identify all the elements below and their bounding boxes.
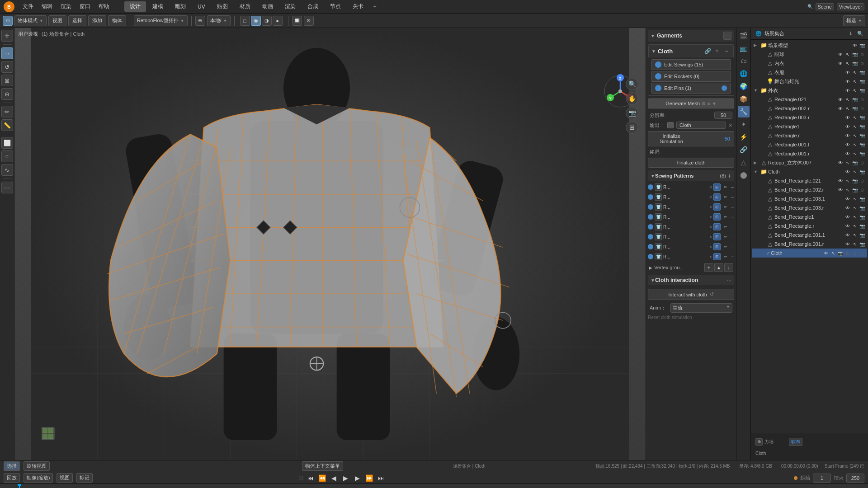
tab-uv[interactable]: UV: [192, 2, 211, 11]
move-tool[interactable]: ↔: [1, 47, 13, 59]
vis-icon[interactable]: 👁: [844, 196, 851, 202]
menu-window[interactable]: 窗口: [76, 2, 94, 11]
vis-icon[interactable]: 👁: [823, 250, 829, 256]
end-frame-input[interactable]: [846, 474, 864, 483]
render-props-icon[interactable]: 🎬: [738, 30, 750, 42]
sel-icon[interactable]: ↖: [852, 141, 858, 148]
transform-mode-btn[interactable]: 旋转视图: [24, 461, 50, 471]
sewing-collapse-btn[interactable]: −: [731, 214, 734, 220]
outliner-filter-icon[interactable]: ⬇: [846, 30, 854, 38]
tree-clothes[interactable]: △ 衣服 👁 ↖ 📷: [752, 68, 867, 77]
tree-rect1[interactable]: △ Rectangle1 👁 ↖ 📷: [752, 122, 867, 131]
tab-design[interactable]: 设计: [124, 1, 146, 12]
sewing-edit-btn[interactable]: ✏: [722, 243, 729, 250]
sewing-edit-btn[interactable]: ✏: [722, 203, 729, 211]
sewing-type-icon[interactable]: 👕: [655, 213, 662, 221]
edit-sewings-btn[interactable]: Edit Sewings (15): [651, 59, 731, 70]
sewing-remove-btn[interactable]: ×: [709, 235, 712, 239]
tree-outer-clothes[interactable]: ▼ 📁 外衣 👁 ↖ 📷: [752, 86, 867, 95]
render-icon[interactable]: 📷: [859, 42, 865, 48]
view-btn[interactable]: 视图: [48, 15, 66, 26]
scene-selector[interactable]: Scene: [816, 3, 834, 10]
shading-wireframe[interactable]: □: [240, 16, 250, 26]
rotate-tool[interactable]: ↺: [1, 61, 13, 73]
render-icon[interactable]: 📷: [859, 78, 865, 84]
vertex-group-add-btn[interactable]: +: [704, 263, 713, 272]
generate-mesh-btn[interactable]: Generate Mesh ⚙ ≡ ▼: [648, 99, 734, 108]
sel-icon[interactable]: ↖: [852, 205, 858, 211]
view-layer-selector[interactable]: ViewLayer: [837, 3, 864, 10]
render-icon[interactable]: 📷: [852, 60, 858, 66]
prev-frame-btn[interactable]: ⏪: [318, 474, 327, 483]
sel-icon[interactable]: ↖: [852, 223, 858, 229]
tree-bend-rect1[interactable]: △ Bend_Rectangle1 👁 ↖ 📷: [752, 212, 867, 221]
vis-icon[interactable]: 👁: [844, 69, 851, 75]
render-icon[interactable]: 📷: [859, 141, 865, 148]
sewing-remove-btn[interactable]: ×: [709, 244, 712, 249]
annotate-tool[interactable]: ✏: [1, 106, 13, 117]
marker-btn[interactable]: 标记: [76, 473, 93, 483]
render-icon[interactable]: 📷: [859, 196, 865, 202]
output-x-btn[interactable]: ×: [729, 122, 732, 129]
vis-icon[interactable]: 👁: [844, 241, 851, 247]
vis-icon[interactable]: 👁: [844, 223, 851, 229]
sel-icon[interactable]: ↖: [852, 132, 858, 139]
data-props-icon[interactable]: △: [738, 156, 750, 168]
vis-icon[interactable]: 👁: [837, 178, 844, 184]
tree-bend-rect002r[interactable]: △ Bend_Rectangle.002.r 👁 ↖ 📷 ⊙: [752, 185, 867, 194]
lasso-select-tool[interactable]: ∿: [1, 164, 13, 176]
sewing-edit-btn[interactable]: ✏: [722, 253, 729, 260]
shader-dropdown[interactable]: RetopoFlow重拓扑 ▼: [134, 15, 188, 26]
tree-bend-rect001r[interactable]: △ Bend_Rectangle.001.r 👁 ↖ 📷: [752, 239, 867, 249]
sewing-type-icon[interactable]: 👕: [655, 233, 662, 240]
render-icon[interactable]: 📷: [859, 69, 865, 75]
tree-rect001r[interactable]: △ Rectangle.001.r 👁 ↖ 📷: [752, 149, 867, 158]
tree-rectr[interactable]: △ Rectangle.r 👁 ↖ 📷: [752, 131, 867, 140]
sewing-collapse-btn[interactable]: −: [731, 184, 734, 190]
tree-bend-rect003r[interactable]: △ Bend_Rectangle.003.r 👁 ↖ 📷: [752, 203, 867, 212]
camera-btn[interactable]: 📷: [626, 107, 638, 119]
vis-icon[interactable]: 👁: [837, 96, 844, 103]
timeline-content[interactable]: 1 60 120 180 240: [0, 484, 868, 488]
sewing-type-icon[interactable]: 👕: [655, 203, 662, 211]
extra-icon[interactable]: ⊙: [859, 178, 865, 184]
sewing-remove-btn[interactable]: ×: [709, 254, 712, 259]
sel-icon[interactable]: ↖: [844, 105, 851, 112]
tab-compositing[interactable]: 合成: [302, 1, 324, 12]
tree-cloth-selected[interactable]: ✓ Cloth 👁 ↖ 📷 ⊡ ⊙ △: [752, 249, 867, 258]
vis-icon[interactable]: 👁: [844, 232, 851, 238]
cloth-remove-icon[interactable]: −: [722, 47, 731, 55]
grid-btn[interactable]: ⊞: [626, 121, 638, 134]
menu-file[interactable]: 文件: [19, 2, 37, 11]
sewing-type-icon[interactable]: 👕: [655, 253, 662, 260]
vis-icon[interactable]: 👁: [844, 123, 851, 130]
sel-icon[interactable]: ↖: [844, 51, 851, 57]
transform-tool[interactable]: ⊕: [1, 88, 13, 100]
render-icon[interactable]: 📷: [859, 150, 865, 157]
vis-icon[interactable]: 👁: [844, 214, 851, 220]
sel-icon[interactable]: ↖: [852, 196, 858, 202]
sel-icon[interactable]: ↖: [844, 160, 851, 166]
vis-icon[interactable]: 👁: [844, 114, 851, 121]
sel-icon[interactable]: ↖: [852, 123, 858, 130]
tree-bend-rect0011[interactable]: △ Bend_Rectangle.001.1 👁 ↖ 📷: [752, 230, 867, 239]
tab-texture[interactable]: 贴图: [212, 1, 233, 12]
sel-icon[interactable]: ↖: [844, 60, 851, 66]
cloth-add-icon[interactable]: +: [713, 47, 721, 55]
sel-icon[interactable]: ↖: [844, 187, 851, 193]
next-frame-btn[interactable]: ⏩: [365, 474, 374, 483]
render-icon[interactable]: 📷: [859, 132, 865, 139]
render-icon[interactable]: 📷: [859, 205, 865, 211]
playback-btn[interactable]: 回放: [4, 473, 20, 483]
sewing-collapse-btn[interactable]: −: [731, 234, 734, 240]
box-select-tool[interactable]: ⬜: [1, 137, 13, 149]
view-layer-props-icon[interactable]: 🗂: [738, 55, 750, 67]
render-icon[interactable]: 📷: [852, 187, 858, 193]
extra2-icon[interactable]: ⊙: [852, 250, 858, 256]
subdivisions-value[interactable]: 50: [714, 112, 732, 119]
sel-icon[interactable]: ↖: [852, 78, 858, 84]
prev-keyframe-btn[interactable]: ◀: [330, 474, 339, 483]
selection-mode-btn[interactable]: 选择: [4, 461, 20, 471]
cloth-interaction-header[interactable]: ▼ Cloth interaction ⋯: [648, 275, 734, 285]
pins-color-btn[interactable]: [722, 85, 727, 91]
